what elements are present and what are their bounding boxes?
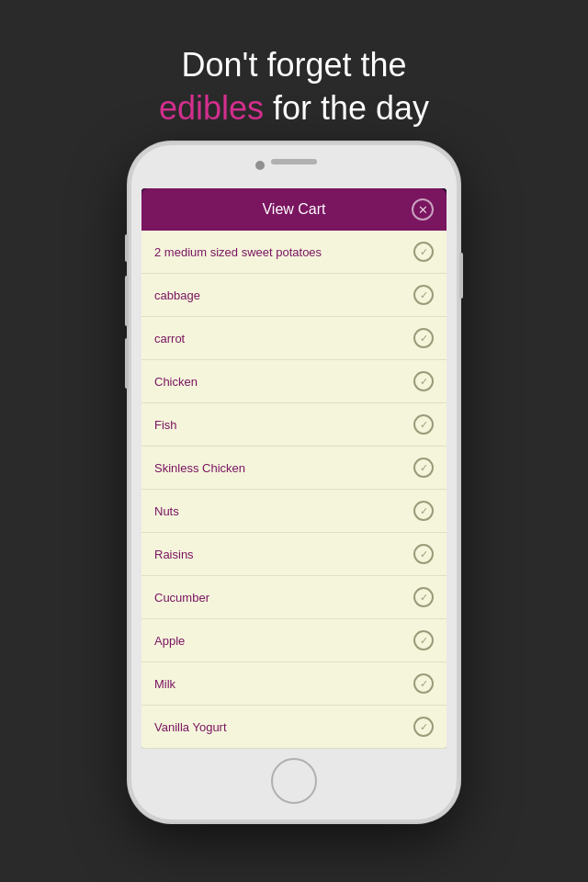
cart-item-check-icon: ✓ [413, 285, 434, 305]
phone-screen: 7:00 View Cart ✕ 2 medium sized sweet po… [141, 188, 447, 749]
phone-frame: 7:00 View Cart ✕ 2 medium sized sweet po… [129, 142, 459, 822]
cart-item-text: cabbage [154, 288, 413, 302]
view-cart-modal: View Cart ✕ 2 medium sized sweet potatoe… [141, 188, 447, 749]
cart-item-text: Cucumber [154, 591, 413, 605]
phone-home-button[interactable] [271, 758, 317, 804]
headline-section: Don't forget the edibles for the day [0, 0, 588, 158]
phone-speaker [271, 159, 317, 164]
cart-item-text: Raisins [154, 548, 413, 561]
phone-camera [255, 161, 265, 170]
cart-item[interactable]: carrot ✓ [141, 317, 447, 360]
cart-item-check-icon: ✓ [413, 587, 434, 607]
headline-line1: Don't forget the [37, 44, 551, 87]
cart-item[interactable]: Nuts ✓ [141, 490, 447, 533]
cart-item-check-icon: ✓ [413, 328, 434, 348]
cart-item[interactable]: Apple ✓ [141, 619, 447, 662]
cart-item[interactable]: Skinless Chicken ✓ [141, 447, 447, 490]
cart-item-check-icon: ✓ [413, 673, 434, 694]
modal-header: View Cart ✕ [141, 188, 447, 231]
cart-item-check-icon: ✓ [413, 414, 434, 435]
headline-accent: edibles [159, 89, 264, 127]
cart-item-check-icon: ✓ [413, 630, 434, 650]
phone-volume-down-button [125, 338, 129, 389]
cart-item-text: Apple [154, 634, 413, 648]
cart-item-text: Chicken [154, 375, 413, 389]
cart-item[interactable]: Milk ✓ [141, 662, 447, 706]
cart-item[interactable]: Vanilla Yogurt ✓ [141, 706, 447, 749]
cart-item-text: Skinless Chicken [154, 461, 413, 475]
phone-volume-up-button [125, 276, 129, 326]
cart-item-text: 2 medium sized sweet potatoes [154, 245, 413, 259]
cart-item[interactable]: Fish ✓ [141, 403, 447, 447]
modal-overlay: View Cart ✕ 2 medium sized sweet potatoe… [141, 188, 447, 749]
phone-mute-button [125, 234, 129, 262]
headline-suffix: for the day [264, 89, 429, 127]
cart-item-text: Milk [154, 677, 413, 691]
headline-line2: edibles for the day [37, 87, 551, 130]
cart-item-check-icon: ✓ [413, 242, 434, 262]
cart-item[interactable]: Chicken ✓ [141, 360, 447, 403]
cart-item-check-icon: ✓ [413, 717, 434, 737]
cart-item-check-icon: ✓ [413, 371, 434, 391]
cart-item[interactable]: cabbage ✓ [141, 274, 447, 317]
cart-item-check-icon: ✓ [413, 458, 434, 478]
cart-item-check-icon: ✓ [413, 501, 434, 521]
cart-item-check-icon: ✓ [413, 544, 434, 564]
phone-power-button [459, 253, 463, 299]
modal-close-button[interactable]: ✕ [412, 198, 434, 220]
cart-item-text: Nuts [154, 504, 413, 518]
cart-item[interactable]: Raisins ✓ [141, 533, 447, 576]
cart-item[interactable]: Cucumber ✓ [141, 576, 447, 619]
cart-list: 2 medium sized sweet potatoes ✓ cabbage … [141, 231, 447, 749]
cart-item-text: Fish [154, 418, 413, 432]
cart-item-text: carrot [154, 332, 413, 345]
cart-item-text: Vanilla Yogurt [154, 720, 413, 734]
cart-item[interactable]: 2 medium sized sweet potatoes ✓ [141, 231, 447, 274]
modal-title: View Cart [262, 201, 325, 218]
